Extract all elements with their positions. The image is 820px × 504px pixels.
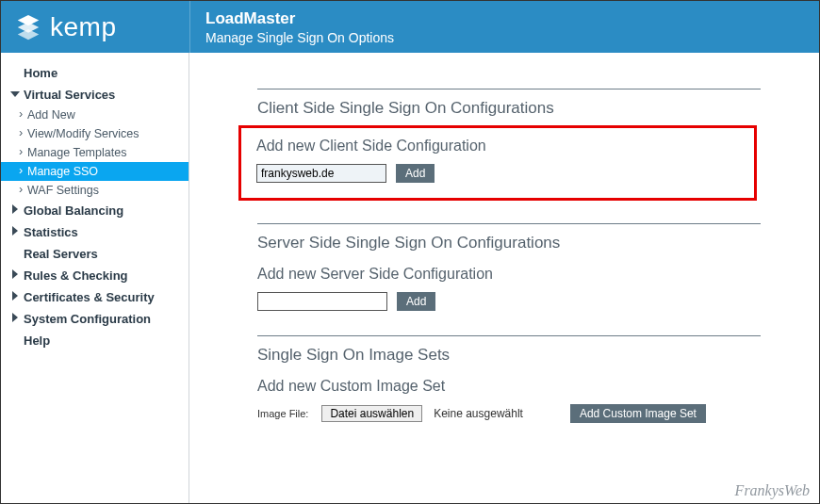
add-image-set-button[interactable]: Add Custom Image Set	[570, 404, 706, 423]
sidebar-item-rules-checking[interactable]: Rules & Checking	[1, 265, 189, 286]
divider	[257, 89, 761, 89]
page-subtitle: Manage Single Sign On Options	[205, 30, 394, 45]
sidebar-item-global-balancing[interactable]: Global Balancing	[1, 200, 189, 221]
client-add-heading: Add new Client Side Configuration	[256, 138, 739, 154]
server-add-form: Add	[257, 292, 761, 311]
sidebar-item-virtual-services[interactable]: Virtual Services	[1, 84, 189, 106]
sidebar-item-waf-settings[interactable]: WAF Settings	[1, 181, 189, 200]
sidebar-item-home[interactable]: Home	[1, 62, 189, 84]
sidebar-item-certs-security[interactable]: Certificates & Security	[1, 286, 189, 308]
sidebar-item-view-modify[interactable]: View/Modify Services	[1, 124, 189, 143]
image-file-label: Image File:	[257, 408, 308, 419]
sidebar-item-real-servers[interactable]: Real Servers	[1, 243, 189, 265]
imageset-section-title: Single Sign On Image Sets	[257, 346, 761, 365]
sidebar-item-add-new[interactable]: Add New	[1, 106, 189, 124]
header-titles: LoadMaster Manage Single Sign On Options	[189, 1, 394, 53]
add-server-config-button[interactable]: Add	[397, 292, 435, 311]
kemp-logo-icon	[14, 13, 42, 41]
sidebar-item-statistics[interactable]: Statistics	[1, 221, 189, 243]
file-status-text: Keine ausgewählt	[434, 407, 523, 420]
choose-file-button[interactable]: Datei auswählen	[321, 405, 422, 422]
brand-text: kemp	[50, 12, 116, 42]
divider	[257, 223, 761, 224]
main-content: Client Side Single Sign On Configuration…	[189, 53, 819, 503]
watermark: FrankysWeb	[735, 482, 810, 499]
server-add-heading: Add new Server Side Configuration	[257, 266, 761, 283]
imageset-add-heading: Add new Custom Image Set	[257, 378, 761, 395]
page-title: LoadMaster	[205, 9, 394, 28]
sidebar-item-system-config[interactable]: System Configuration	[1, 308, 189, 330]
app-header: kemp LoadMaster Manage Single Sign On Op…	[1, 1, 819, 53]
server-section-title: Server Side Single Sign On Configuration…	[257, 234, 761, 252]
client-add-form: Add	[256, 164, 739, 183]
server-config-name-input[interactable]	[257, 292, 387, 311]
client-config-name-input[interactable]	[256, 164, 386, 183]
client-add-highlight: Add new Client Side Configuration Add	[238, 125, 757, 201]
sidebar-item-help[interactable]: Help	[1, 330, 189, 351]
svg-marker-2	[18, 28, 40, 39]
client-section-title: Client Side Single Sign On Configuration…	[257, 99, 761, 118]
sidebar-item-manage-sso[interactable]: Manage SSO	[1, 162, 189, 181]
divider	[257, 335, 761, 336]
add-client-config-button[interactable]: Add	[396, 164, 435, 183]
sidebar: Home Virtual Services Add New View/Modif…	[1, 53, 189, 503]
imageset-add-form: Image File: Datei auswählen Keine ausgew…	[257, 404, 761, 423]
sidebar-item-manage-templates[interactable]: Manage Templates	[1, 143, 189, 162]
brand-logo: kemp	[1, 1, 189, 53]
